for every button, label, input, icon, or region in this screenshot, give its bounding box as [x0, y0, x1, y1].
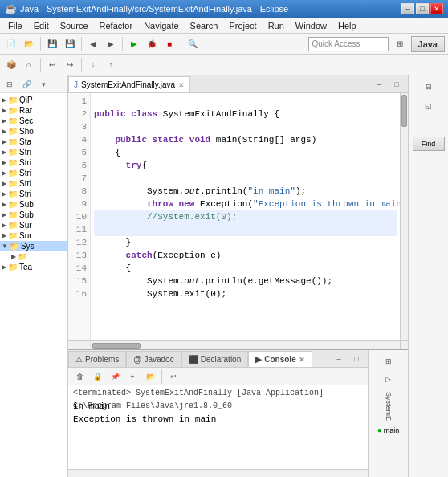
tab-javadoc-label: Javadoc [144, 355, 173, 364]
minimize-button[interactable]: – [401, 3, 414, 14]
tab-declaration[interactable]: ⬛ Declaration [181, 351, 249, 367]
collapse-all-btn[interactable]: ⊟ [2, 76, 18, 92]
java-perspective-button[interactable]: Java [411, 36, 445, 52]
tree-item-sur2[interactable]: ▶ 📁 Sur [0, 230, 67, 241]
menu-window[interactable]: Window [291, 19, 332, 32]
pkg-explorer-btn[interactable]: 📦 [3, 57, 19, 73]
redo-btn[interactable]: ↪ [62, 57, 78, 73]
editor-scrollbar-h-area [68, 340, 408, 349]
folder-icon: 📁 [10, 242, 19, 251]
menu-search[interactable]: Search [185, 19, 223, 32]
sidebar-menu-btn[interactable]: ▾ [35, 76, 51, 92]
link-with-editor-btn[interactable]: 🔗 [18, 76, 35, 92]
tree-item-sub1[interactable]: ▶ 📁 Sub [0, 199, 67, 210]
menu-run[interactable]: Run [263, 19, 289, 32]
folder-icon: 📁 [8, 179, 18, 188]
undo-btn[interactable]: ↩ [44, 57, 60, 73]
hierarchy-btn[interactable]: ⌂ [21, 57, 37, 73]
editor-tabs: J SystemExitAndFinally.java ✕ – □ [68, 75, 408, 93]
prev-anno-btn[interactable]: ↑ [103, 57, 119, 73]
tree-item-sys-child[interactable]: ▶ 📁 [0, 251, 67, 262]
editor-maximize-btn[interactable]: □ [389, 76, 405, 92]
tree-item-stri1[interactable]: ▶ 📁 Stri [0, 147, 67, 157]
stop-button[interactable]: ■ [161, 36, 177, 52]
forward-button[interactable]: ▶ [103, 36, 119, 52]
editor-minimize-btn[interactable]: – [371, 76, 387, 92]
menu-project[interactable]: Project [224, 19, 261, 32]
menu-refactor[interactable]: Refactor [95, 19, 138, 32]
back-button[interactable]: ◀ [85, 36, 101, 52]
close-button[interactable]: ✕ [430, 3, 443, 14]
folder-icon: 📁 [8, 263, 18, 271]
tab-console[interactable]: ▶ Console ✕ [248, 351, 312, 367]
save-all-button[interactable]: 💾 [62, 36, 78, 52]
folder-icon: 📁 [8, 127, 18, 136]
tree-item-tea[interactable]: ▶ 📁 Tea [0, 262, 67, 272]
tree-label: Sur [19, 221, 32, 230]
perspectives-button[interactable]: ⊞ [392, 36, 408, 52]
right-panel-btn2[interactable]: ◱ [421, 98, 437, 114]
console-icon: ▶ [255, 355, 262, 364]
console-scrollbar-h[interactable] [68, 469, 368, 477]
find-button[interactable]: Find [413, 137, 445, 151]
menu-edit[interactable]: Edit [29, 19, 54, 32]
menu-source[interactable]: Source [55, 19, 93, 32]
new-console-btn[interactable]: + [124, 369, 141, 385]
menu-navigate[interactable]: Navigate [139, 19, 183, 32]
editor-content[interactable]: 1 2 3 4 5 6 7 8 9 10 11 12 13 14 15 16 [68, 93, 408, 340]
tree-item-sec[interactable]: ▶ 📁 Sec [0, 116, 67, 126]
open-console-btn[interactable]: 📂 [142, 369, 158, 385]
word-wrap-btn[interactable]: ↩ [165, 369, 181, 385]
menu-file[interactable]: File [3, 19, 27, 32]
package-tree: ▶ 📁 QiP ▶ 📁 Rar ▶ 📁 Sec ▶ 📁 Sho ▶ 📁 [0, 93, 67, 477]
right-panel-btn1[interactable]: ⊟ [421, 79, 437, 95]
pin-btn[interactable]: 📌 [107, 369, 123, 385]
save-button[interactable]: 💾 [44, 36, 60, 52]
console-tab-close-icon[interactable]: ✕ [299, 356, 305, 364]
menu-help[interactable]: Help [333, 19, 361, 32]
folder-icon: 📁 [8, 148, 18, 157]
new-button[interactable]: 📄 [3, 36, 19, 52]
tree-item-stri3[interactable]: ▶ 📁 Stri [0, 168, 67, 178]
folder-icon: 📁 [8, 200, 18, 209]
tree-label: Stri [19, 148, 31, 157]
tree-item-sho[interactable]: ▶ 📁 Sho [0, 126, 67, 137]
tree-label: Tea [19, 263, 32, 271]
tree-item-stri4[interactable]: ▶ 📁 Stri [0, 178, 67, 189]
debug-button[interactable]: 🐞 [144, 36, 160, 52]
tree-item-sys[interactable]: ▼ 📁 Sys [0, 241, 67, 251]
code-editor[interactable]: public class SystemExitAndFinally { publ… [91, 93, 400, 340]
tree-item-rar[interactable]: ▶ 📁 Rar [0, 105, 67, 116]
folder-icon: 📁 [8, 158, 18, 167]
maximize-button[interactable]: □ [416, 3, 429, 14]
code-line-13: catch(Exception e) [94, 249, 397, 262]
bottom-minimize-btn[interactable]: – [331, 351, 347, 367]
bottom-panel: ⚠ Problems @ Javadoc ⬛ Declaration ▶ [68, 349, 408, 477]
tree-item-stri2[interactable]: ▶ 📁 Stri [0, 157, 67, 168]
open-button[interactable]: 📂 [21, 36, 37, 52]
editor-tab-main[interactable]: J SystemExitAndFinally.java ✕ [68, 76, 190, 92]
tree-label: Sub [19, 200, 34, 209]
editor-scrollbar-v[interactable] [400, 93, 408, 340]
editor-scrollbar-h[interactable] [91, 340, 400, 349]
search-button[interactable]: 🔍 [185, 36, 201, 52]
br-btn2[interactable]: ▷ [381, 371, 397, 387]
tree-item-sub2[interactable]: ▶ 📁 Sub [0, 210, 67, 220]
tab-close-icon[interactable]: ✕ [178, 81, 185, 89]
quick-access-input[interactable]: Quick Access [308, 37, 389, 51]
tab-problems[interactable]: ⚠ Problems [68, 351, 126, 367]
next-anno-btn[interactable]: ↓ [85, 57, 101, 73]
scroll-lock-btn[interactable]: 🔒 [89, 369, 105, 385]
br-btn1[interactable]: ⊞ [381, 353, 397, 369]
tree-item-sur1[interactable]: ▶ 📁 Sur [0, 220, 67, 230]
tab-javadoc[interactable]: @ Javadoc [126, 351, 181, 367]
tree-item-qip[interactable]: ▶ 📁 QiP [0, 95, 67, 105]
run-button[interactable]: ▶ [126, 36, 142, 52]
sidebar-toolbar: ⊟ 🔗 ▾ [0, 75, 67, 93]
clear-console-btn[interactable]: 🗑 [71, 369, 88, 385]
chevron-icon: ▶ [2, 263, 6, 271]
tree-item-sta[interactable]: ▶ 📁 Sta [0, 137, 67, 147]
bottom-maximize-btn[interactable]: □ [348, 351, 365, 367]
tab-console-label: Console [264, 355, 295, 364]
tree-item-stri5[interactable]: ▶ 📁 Stri [0, 189, 67, 199]
